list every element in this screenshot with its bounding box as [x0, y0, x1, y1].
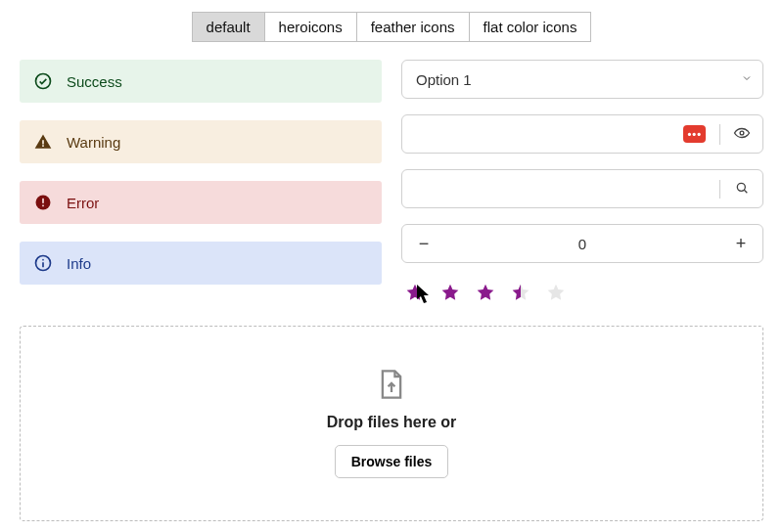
stepper-decrement[interactable]: − [402, 234, 445, 254]
alert-error-label: Error [67, 195, 99, 211]
tab-default[interactable]: default [192, 12, 265, 42]
check-circle-icon [33, 71, 53, 91]
info-circle-icon [33, 253, 53, 273]
star-half-icon[interactable] [511, 283, 530, 302]
controls-column: Option 1 ••• − [401, 60, 763, 302]
dropzone-label: Drop files here or [327, 414, 456, 431]
tab-flat-color[interactable]: flat color icons [469, 12, 592, 42]
chevron-down-icon [741, 72, 762, 86]
star-icon[interactable] [405, 283, 425, 302]
quantity-stepper: − 0 + [401, 224, 763, 263]
file-upload-icon [378, 369, 405, 400]
icon-pack-tabs: default heroicons feather icons flat col… [20, 12, 763, 42]
alert-warning: Warning [20, 120, 382, 163]
alert-info-label: Info [67, 255, 91, 272]
browse-files-button[interactable]: Browse files [335, 445, 448, 478]
search-button[interactable] [719, 180, 762, 199]
stepper-value: 0 [445, 236, 719, 252]
file-dropzone[interactable]: Drop files here or Browse files [20, 326, 763, 521]
rating-input[interactable] [401, 279, 763, 302]
star-icon[interactable] [476, 283, 495, 302]
search-field[interactable] [401, 169, 763, 208]
svg-rect-3 [42, 205, 44, 207]
alerts-column: Success Warning Error Info [20, 60, 382, 302]
select-field[interactable]: Option 1 [401, 60, 763, 99]
svg-point-6 [42, 259, 44, 261]
alert-info: Info [20, 242, 382, 285]
alert-error: Error [20, 181, 382, 224]
alert-success-label: Success [67, 73, 122, 90]
svg-point-7 [740, 131, 744, 135]
error-circle-icon [33, 193, 53, 212]
tab-heroicons[interactable]: heroicons [264, 12, 357, 42]
alert-success: Success [20, 60, 382, 103]
stepper-increment[interactable]: + [719, 234, 762, 254]
password-strength-badge: ••• [683, 125, 706, 143]
svg-point-0 [36, 74, 51, 89]
eye-icon [733, 124, 751, 145]
select-value: Option 1 [416, 71, 472, 88]
password-field[interactable]: ••• [401, 114, 763, 154]
alert-warning-label: Warning [67, 134, 120, 151]
svg-line-9 [744, 190, 747, 193]
toggle-password-visibility[interactable] [719, 124, 762, 145]
warning-triangle-icon [33, 132, 53, 152]
star-empty-icon[interactable] [546, 283, 566, 302]
search-icon [734, 180, 750, 199]
svg-point-8 [737, 183, 745, 191]
tab-feather[interactable]: feather icons [356, 12, 470, 42]
star-icon[interactable] [440, 283, 460, 302]
svg-rect-2 [42, 199, 44, 203]
